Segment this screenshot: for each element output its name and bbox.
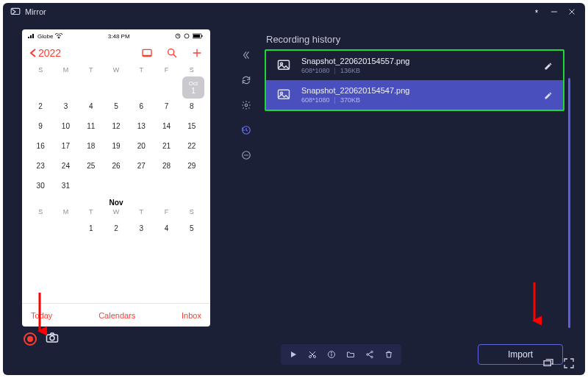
calendar-cell[interactable]: 26 (104, 156, 129, 176)
side-rail (234, 21, 259, 375)
weekday-header: W (104, 208, 129, 218)
calendar-cell[interactable]: 16 (28, 136, 53, 156)
weekday-header: M (53, 66, 78, 76)
calendar-cell[interactable]: 1 (79, 218, 104, 238)
weekday-header: F (154, 208, 179, 218)
calendar-cell[interactable]: 2 (104, 218, 129, 238)
calendar-cell[interactable] (104, 76, 129, 96)
weekday-header: T (129, 208, 154, 218)
calendar-cell[interactable]: 24 (53, 156, 78, 176)
calendar-cell[interactable]: 15 (179, 116, 204, 136)
rename-icon[interactable] (544, 60, 554, 71)
footer-today[interactable]: Today (31, 311, 52, 320)
calendar-cell[interactable]: 4 (154, 218, 179, 238)
calendar-cell[interactable]: 14 (154, 116, 179, 136)
stack-icon[interactable] (542, 357, 554, 369)
calendar-cell[interactable] (28, 218, 53, 238)
calendar-cell[interactable] (129, 76, 154, 96)
calendar-cell[interactable]: 18 (79, 136, 104, 156)
history-highlight: Snapshot_220620154557.png 608*1080|136KB… (265, 49, 564, 111)
calendar-cell[interactable]: 22 (179, 136, 204, 156)
cut-icon[interactable] (304, 347, 320, 362)
history-item[interactable]: Snapshot_220620154557.png 608*1080|136KB (266, 51, 563, 80)
calendar-cell[interactable]: 30 (28, 176, 53, 196)
list-view-icon[interactable] (141, 47, 153, 59)
folder-icon[interactable] (343, 347, 359, 362)
calendar-cell[interactable] (53, 76, 78, 96)
search-icon[interactable] (166, 47, 178, 59)
footer-inbox[interactable]: Inbox (182, 311, 201, 320)
play-icon[interactable] (285, 347, 301, 362)
svg-point-5 (184, 34, 189, 38)
calendar-cell[interactable]: 10 (53, 116, 78, 136)
bottom-right-controls (542, 357, 575, 369)
calendar-cell[interactable]: 25 (79, 156, 104, 176)
footer-calendars[interactable]: Calendars (98, 311, 135, 320)
svg-point-11 (168, 49, 174, 55)
calendar-cell[interactable]: 23 (28, 156, 53, 176)
delete-icon[interactable] (381, 347, 397, 362)
calendar-cell[interactable] (104, 176, 129, 196)
calendar-cell[interactable]: 8 (179, 96, 204, 116)
scrollbar[interactable] (568, 78, 570, 328)
battery-icon (193, 33, 204, 39)
calendar-cell[interactable]: 5 (179, 218, 204, 238)
add-event-icon[interactable] (191, 47, 203, 59)
record-button[interactable] (24, 332, 37, 346)
pin-button[interactable] (531, 6, 542, 18)
calendar-cell[interactable]: 17 (53, 136, 78, 156)
calendar-cell[interactable]: 29 (179, 156, 204, 176)
nov-heading: Nov (28, 196, 204, 208)
orientation-icon (184, 33, 190, 39)
settings-icon[interactable] (240, 99, 253, 112)
calendar-cell[interactable]: 20 (129, 136, 154, 156)
calendar-cell[interactable]: 13 (129, 116, 154, 136)
calendar-cell[interactable]: 19 (104, 136, 129, 156)
refresh-icon[interactable] (240, 74, 253, 87)
calendar-cell[interactable] (154, 76, 179, 96)
info-icon[interactable] (323, 347, 340, 362)
calendar-cell[interactable]: 27 (129, 156, 154, 176)
close-button[interactable] (566, 6, 578, 18)
calendar-cell[interactable] (79, 76, 104, 96)
calendar-cell[interactable] (179, 176, 204, 196)
rename-icon[interactable] (544, 90, 554, 100)
calendar-cell[interactable] (28, 76, 53, 96)
minimize-button[interactable] (548, 6, 560, 18)
collapse-icon[interactable] (240, 49, 253, 62)
mirror-pane: Globe 3:48 PM 2022 (3, 21, 234, 375)
remove-icon[interactable] (240, 149, 253, 162)
today-badge: Oct 1 (182, 76, 204, 99)
history-file-name: Snapshot_220620154547.png (301, 86, 535, 95)
calendar-cell[interactable]: 11 (79, 116, 104, 136)
calendar-cell[interactable]: 7 (154, 96, 179, 116)
calendar-cell[interactable] (79, 176, 104, 196)
svg-line-12 (173, 54, 176, 57)
calendar-cell[interactable]: 9 (28, 116, 53, 136)
camera-button[interactable] (46, 332, 59, 346)
history-icon[interactable] (240, 124, 253, 137)
share-icon[interactable] (362, 347, 378, 362)
calendar-cell[interactable]: 3 (129, 218, 154, 238)
year-back-button[interactable]: 2022 (29, 47, 61, 59)
calendar-cell[interactable] (53, 218, 78, 238)
fullscreen-icon[interactable] (563, 357, 575, 369)
calendar-cell[interactable]: 21 (154, 136, 179, 156)
weekday-header: W (104, 66, 129, 76)
calendar-cell[interactable]: 3 (53, 96, 78, 116)
history-item[interactable]: Snapshot_220620154547.png 608*1080|370KB (266, 80, 563, 110)
calendar-cell[interactable] (154, 176, 179, 196)
image-thumb-icon (275, 88, 293, 102)
wifi-icon (55, 33, 62, 39)
calendar-cell[interactable]: 12 (104, 116, 129, 136)
calendar-cell[interactable] (129, 176, 154, 196)
calendar-cell[interactable]: 4 (79, 96, 104, 116)
phone-statusbar: Globe 3:48 PM (22, 29, 210, 43)
calendar-footer: Today Calendars Inbox (22, 303, 210, 327)
calendar-cell[interactable]: 31 (53, 176, 78, 196)
calendar-cell[interactable]: 6 (129, 96, 154, 116)
calendar-cell[interactable]: 2 (28, 96, 53, 116)
calendar-cell[interactable]: 28 (154, 156, 179, 176)
history-file-name: Snapshot_220620154557.png (301, 57, 535, 65)
calendar-cell[interactable]: 5 (104, 96, 129, 116)
